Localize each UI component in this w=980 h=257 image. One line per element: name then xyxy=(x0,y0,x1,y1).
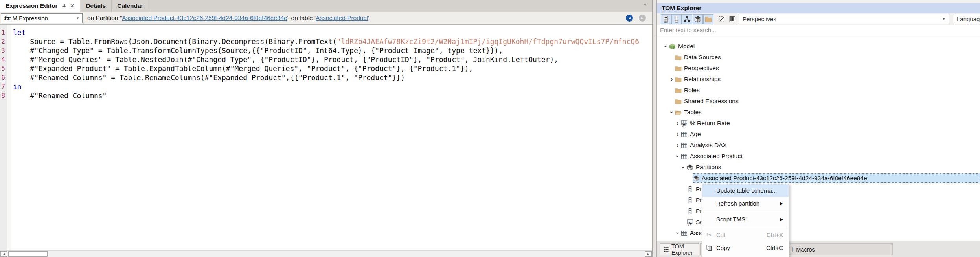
tree-item-data-sources[interactable]: Data Sources xyxy=(657,52,980,63)
table-link[interactable]: Associated Product xyxy=(316,15,368,21)
expander-expanded-icon[interactable]: › xyxy=(675,230,680,236)
panel-title-text: TOM Explorer xyxy=(662,5,701,12)
code-segment: #"Renamed Columns" xyxy=(13,91,107,100)
chevron-down-icon[interactable]: ▼ xyxy=(644,4,647,7)
measure-toggle-button[interactable] xyxy=(661,14,671,24)
line-number: 5 xyxy=(0,64,5,73)
tab-expression-editor[interactable]: Expression Editor ✕ xyxy=(0,0,80,12)
breadcrumb: on Partition "Associated Product-43c12c2… xyxy=(87,15,370,22)
horizontal-scrollbar[interactable]: ◄ ► xyxy=(0,250,652,257)
code-segment: in xyxy=(13,82,22,91)
folder-icon xyxy=(675,98,682,105)
menu-item-label: Cut xyxy=(716,231,725,238)
tree-item-perspectives[interactable]: Perspectives xyxy=(657,63,980,74)
partition-toggle-button[interactable] xyxy=(693,14,703,24)
menu-item-refresh-partition[interactable]: Refresh partition▶ xyxy=(702,197,789,210)
code-segment: let xyxy=(13,28,26,37)
back-button[interactable]: ◄ xyxy=(626,15,633,22)
model-icon xyxy=(669,43,676,50)
code-segment: #"Renamed Columns" = Table.RenameColumns… xyxy=(13,73,405,82)
svg-text:fx: fx xyxy=(688,222,692,226)
panel-title: TOM Explorer xyxy=(657,3,980,13)
expression-toolbar: fx M Expression ▼ on Partition "Associat… xyxy=(0,12,652,25)
tree-item-relationships[interactable]: ›Relationships xyxy=(657,74,980,85)
menu-item-label: Update table schema... xyxy=(716,187,777,194)
hierarchy-toggle-button[interactable] xyxy=(682,14,692,24)
scrollbar-thumb[interactable] xyxy=(8,251,48,257)
search-box xyxy=(657,25,980,35)
menu-item-label: Copy xyxy=(716,244,730,251)
menu-item-update-table-schema[interactable]: Update table schema... xyxy=(702,184,789,197)
pane-splitter[interactable] xyxy=(653,0,656,257)
panel-top-strip xyxy=(657,0,980,3)
tree-item-label: Perspectives xyxy=(684,65,719,72)
code-segment: Source = Table.FromRows(Json.Document(Bi… xyxy=(13,37,337,46)
expander-expanded-icon[interactable]: › xyxy=(675,153,680,159)
columns-layout-toggle-button[interactable] xyxy=(727,14,737,24)
forward-button[interactable]: ► xyxy=(639,15,646,22)
partition-icon xyxy=(693,175,700,182)
language-select[interactable]: Language xyxy=(953,14,980,24)
close-icon[interactable]: ✕ xyxy=(70,3,75,9)
line-number: 3 xyxy=(0,46,5,55)
columns-layout-icon xyxy=(729,16,736,23)
copy-icon xyxy=(706,244,712,251)
hidden-objects-toggle-button[interactable] xyxy=(717,14,727,24)
tree-item-return-rate[interactable]: ›fx% Return Rate xyxy=(657,118,980,129)
scroll-right-icon[interactable]: ► xyxy=(645,251,652,257)
language-value: Language xyxy=(957,16,980,22)
tree-item-shared-expressions[interactable]: Shared Expressions xyxy=(657,96,980,107)
tab-label: Details xyxy=(86,2,106,9)
bottom-tab-tom-explorer[interactable]: TOM Explorer xyxy=(660,243,699,255)
code-editor[interactable]: 1let2 Source = Table.FromRows(Json.Docum… xyxy=(0,25,652,250)
menu-item-clipped xyxy=(702,254,789,257)
column-icon xyxy=(687,197,694,204)
expander-collapsed-icon[interactable]: › xyxy=(675,142,681,148)
measure-icon xyxy=(662,16,669,23)
tab-calendar[interactable]: Calendar xyxy=(112,0,149,12)
expander-collapsed-icon[interactable]: › xyxy=(675,131,681,137)
code-segment: #"Merged Queries" = Table.NestedJoin(#"C… xyxy=(13,55,558,64)
scroll-left-icon[interactable]: ◄ xyxy=(0,251,7,257)
menu-separator xyxy=(704,211,787,211)
tree-item-label: Partitions xyxy=(696,164,721,171)
tree-item-associated-product[interactable]: ›Associated Product xyxy=(657,151,980,162)
expander-collapsed-icon[interactable]: › xyxy=(669,77,675,82)
expression-type-select[interactable]: fx M Expression ▼ xyxy=(1,13,83,23)
tree-item-partitions[interactable]: ›Partitions xyxy=(657,162,980,173)
perspectives-select[interactable]: Perspectives ▼ xyxy=(739,14,949,24)
menu-item-copy[interactable]: CopyCtrl+C xyxy=(702,241,789,254)
expander-expanded-icon[interactable]: › xyxy=(681,164,686,170)
search-input[interactable] xyxy=(657,25,980,35)
column-icon xyxy=(687,186,694,193)
menu-item-script-tmsl[interactable]: Script TMSL▶ xyxy=(702,213,789,226)
line-number: 1 xyxy=(0,28,5,37)
bottom-tab-macros[interactable]: l Macros xyxy=(790,243,893,255)
app-window: Expression Editor ✕ Details Calendar ▼ f… xyxy=(0,0,980,257)
expander-expanded-icon[interactable]: › xyxy=(669,109,675,115)
menu-item-shortcut: Ctrl+X xyxy=(767,231,783,238)
code-segment: #"Changed Type" = Table.TransformColumnT… xyxy=(13,46,503,55)
tab-details[interactable]: Details xyxy=(80,0,112,12)
expander-collapsed-icon[interactable]: › xyxy=(675,120,681,126)
tree-item-tables[interactable]: ›Tables xyxy=(657,107,980,118)
folder-icon xyxy=(675,76,682,83)
tree-item-age[interactable]: ›Age xyxy=(657,129,980,140)
column-toggle-button[interactable] xyxy=(671,14,682,24)
line-number: 6 xyxy=(0,73,5,82)
code-line: 4 #"Merged Queries" = Table.NestedJoin(#… xyxy=(0,55,652,64)
line-number: 2 xyxy=(0,37,5,46)
context-menu: Update table schema...Refresh partition▶… xyxy=(702,184,789,257)
tree-item-roles[interactable]: Roles xyxy=(657,85,980,96)
tree-item-associated-product-43c12c26-259f-4d24-934a-6f0ef46ee84e[interactable]: Associated Product-43c12c26-259f-4d24-93… xyxy=(657,173,980,184)
breadcrumb-text: on Partition " xyxy=(87,15,122,21)
pin-icon[interactable] xyxy=(61,4,66,9)
fx-icon: fx xyxy=(4,15,10,22)
expander-expanded-icon[interactable]: › xyxy=(663,43,669,49)
folder-toggle-button[interactable] xyxy=(703,14,713,24)
tree-item-analysis-dax[interactable]: ›Analysis DAX xyxy=(657,140,980,151)
line-number: 8 xyxy=(0,91,5,100)
tree-item-model[interactable]: ›Model xyxy=(657,41,980,52)
partition-link[interactable]: Associated Product-43c12c26-259f-4d24-93… xyxy=(122,15,287,21)
tab-label: Calendar xyxy=(117,2,143,9)
